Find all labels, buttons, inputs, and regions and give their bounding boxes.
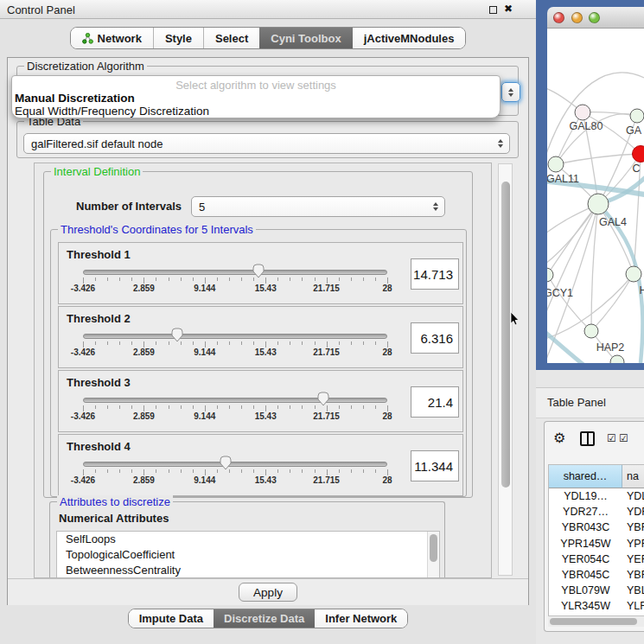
menu-item-manual-discretization[interactable]: Manual Discretization	[15, 92, 135, 105]
table-row[interactable]: YLR345WYLR3	[549, 598, 644, 614]
table-cell[interactable]: YBR0	[622, 520, 644, 535]
tab-infer-network[interactable]: Infer Network	[315, 609, 407, 628]
checkbox-icon[interactable]: ☑	[619, 432, 628, 444]
table-cell[interactable]: YLR345W	[549, 598, 622, 614]
slider-track[interactable]	[83, 334, 387, 339]
slider-tick	[217, 277, 218, 281]
tab-impute-data[interactable]: Impute Data	[129, 609, 214, 628]
table-horizontal-scrollbar[interactable]	[548, 615, 644, 627]
table-cell[interactable]: YPR145W	[549, 536, 622, 552]
table-cell[interactable]: YBL0	[622, 583, 644, 598]
slider-track[interactable]	[83, 398, 387, 403]
slider-tick	[351, 469, 352, 473]
attributes-scrollbar[interactable]	[427, 532, 439, 578]
tab-label: jActiveMNodules	[364, 32, 455, 45]
slider-tick	[95, 277, 96, 281]
table-cell[interactable]: YDL19…	[549, 488, 622, 504]
network-canvas[interactable]: GAL80GACGAL11GAL4GCY1HHAP2	[547, 29, 644, 363]
table-cell[interactable]: YDR2	[622, 504, 644, 520]
table-cell[interactable]: YPR1	[622, 536, 644, 552]
table-row[interactable]: YER054CYER0	[549, 552, 644, 567]
tab-style[interactable]: Style	[153, 28, 203, 48]
table-cell[interactable]: YDL1	[622, 488, 644, 504]
slider-thumb[interactable]	[219, 456, 233, 470]
network-node-GAL4[interactable]	[588, 194, 609, 214]
network-node-GAL11[interactable]	[548, 156, 564, 172]
attribute-list-item[interactable]: TopologicalCoefficient	[57, 547, 439, 563]
slider-track[interactable]	[83, 462, 387, 467]
slider-thumb[interactable]	[316, 392, 330, 406]
attribute-list-item[interactable]: SelfLoops	[57, 532, 439, 547]
slider-tick-label: 2.859	[122, 284, 165, 293]
slider-tick	[253, 341, 254, 345]
table-cell[interactable]: YER054C	[549, 552, 622, 567]
slider-tick	[253, 469, 254, 473]
checkbox-icon[interactable]: ☑	[607, 432, 616, 444]
column-header-shared-name[interactable]: shared…	[549, 465, 622, 488]
attribute-list-item[interactable]: BetweennessCentrality	[57, 563, 439, 578]
table-data-combobox[interactable]: galFiltered.sif default node	[23, 133, 510, 154]
network-node-HAP2[interactable]	[584, 324, 598, 338]
tab-select[interactable]: Select	[203, 28, 259, 48]
table-cell[interactable]: YLR3	[622, 598, 644, 614]
scrollbar-thumb[interactable]	[501, 182, 510, 488]
table-cell[interactable]: YBR043C	[549, 520, 622, 535]
zoom-traffic-light[interactable]	[589, 12, 600, 23]
network-edge	[598, 204, 634, 274]
slider-tick-label: 9.144	[183, 475, 226, 485]
table-row[interactable]: YPR145WYPR1	[549, 536, 644, 552]
table-cell[interactable]: YDR27…	[549, 504, 622, 520]
table-cell[interactable]: YER0	[622, 552, 644, 567]
minimize-traffic-light[interactable]	[571, 12, 583, 23]
table-cell[interactable]: YBL079W	[549, 583, 622, 598]
network-node-GAL80[interactable]	[575, 105, 590, 120]
split-columns-icon[interactable]	[580, 431, 595, 446]
interval-definition-group: Interval Definition Number of Intervals …	[43, 171, 473, 498]
network-window-titlebar[interactable]	[547, 7, 644, 29]
slider-track[interactable]	[83, 270, 387, 275]
table-row[interactable]: YDL19…YDL1	[549, 488, 644, 504]
table-row[interactable]: YBL079WYBL0	[549, 583, 644, 598]
gear-icon[interactable]: ⚙	[553, 430, 565, 446]
control-panel-title: Control Panel	[7, 3, 75, 16]
algorithm-combo-stepper[interactable]	[501, 82, 520, 102]
stepper-arrows-icon	[498, 139, 504, 148]
close-traffic-light[interactable]	[553, 12, 564, 23]
scrollbar-thumb[interactable]	[550, 618, 637, 625]
threshold-value-field[interactable]: 14.713	[411, 258, 459, 290]
threshold-value-field[interactable]: 21.4	[411, 386, 459, 418]
tab-jactivemnodules[interactable]: jActiveMNodules	[353, 28, 466, 48]
tab-network[interactable]: Network	[71, 28, 153, 48]
number-of-intervals-combobox[interactable]: 5	[191, 196, 445, 217]
threshold-value-field[interactable]: 11.344	[411, 450, 459, 481]
column-header-name[interactable]: na	[622, 465, 644, 488]
close-icon[interactable]: ✖	[504, 3, 513, 15]
menu-item-equal-width-frequency[interactable]: Equal Width/Frequency Discretization	[15, 105, 209, 118]
network-node-GCY1[interactable]	[547, 268, 553, 282]
network-node-H[interactable]	[626, 266, 641, 282]
slider-thumb[interactable]	[170, 328, 184, 342]
numerical-attributes-list[interactable]: SelfLoopsTopologicalCoefficientBetweenne…	[56, 531, 440, 578]
tab-cyni-toolbox[interactable]: Cyni Toolbox	[259, 28, 352, 48]
network-node-GA[interactable]	[630, 109, 644, 123]
float-window-icon[interactable]	[489, 6, 497, 14]
slider-tick	[327, 277, 328, 284]
settings-scrollbar[interactable]	[498, 163, 513, 576]
threshold-value-field[interactable]: 6.316	[411, 322, 459, 354]
table-cell[interactable]: YBR045C	[549, 567, 622, 583]
scrollbar-thumb[interactable]	[430, 534, 437, 562]
network-node-label: GA	[626, 124, 642, 137]
node-table[interactable]: shared… na YDL19…YDL1YDR27…YDR2YBR043CYB…	[548, 464, 644, 615]
tab-discretize-data[interactable]: Discretize Data	[214, 609, 315, 628]
table-row[interactable]: YDR27…YDR2	[549, 504, 644, 520]
slider-tick-label: 15.43	[244, 411, 287, 421]
table-row[interactable]: YBR045CYBR0	[549, 567, 644, 583]
attribute-items: SelfLoopsTopologicalCoefficientBetweenne…	[57, 532, 439, 578]
table-row[interactable]: YBR043CYBR0	[549, 520, 644, 535]
slider-thumb[interactable]	[252, 264, 265, 278]
slider-tick	[327, 341, 328, 348]
apply-button[interactable]: Apply	[239, 583, 297, 602]
table-cell[interactable]: YBR0	[622, 567, 644, 583]
slider-tick-label: 28	[366, 284, 409, 293]
slider-tick-label: 2.859	[122, 475, 165, 485]
